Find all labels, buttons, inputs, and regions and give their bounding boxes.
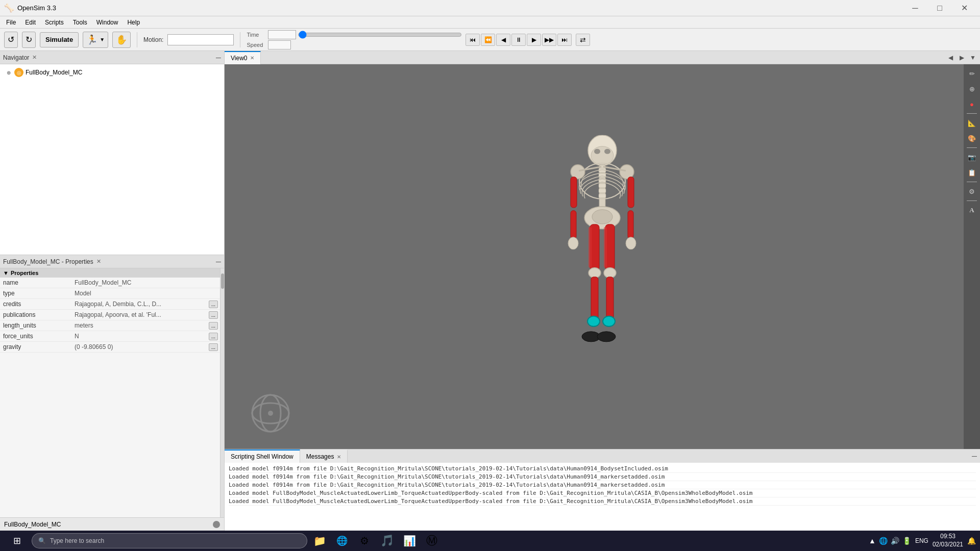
svg-point-7 — [604, 149, 610, 154]
main-layout: Navigator ✕ ─ ⊕ ◎ FullBody_Model_MC Fu — [0, 51, 980, 531]
menu-window[interactable]: Window — [92, 18, 122, 27]
properties-section-label: Properties — [11, 270, 38, 276]
minimize-button[interactable]: ─ — [903, 0, 927, 16]
properties-pane: FullBody_Model_MC - Properties ✕ ─ ▼ Pro… — [0, 255, 224, 517]
tray-volume-icon[interactable]: 🔊 — [891, 537, 899, 545]
close-button[interactable]: ✕ — [952, 0, 976, 16]
navigator-tab[interactable]: Navigator — [3, 54, 29, 61]
properties-close-icon[interactable]: ✕ — [96, 258, 101, 265]
svg-rect-10 — [599, 173, 606, 178]
bottom-panel-minimize[interactable]: ─ — [972, 452, 980, 460]
tray-network-icon[interactable]: 🌐 — [879, 537, 888, 545]
tab-nav-right[interactable]: ▶ — [957, 53, 967, 63]
hand-tool-button[interactable]: ✋ — [112, 32, 131, 48]
play-button[interactable]: ▶ — [527, 34, 541, 46]
maximize-button[interactable]: □ — [928, 0, 951, 16]
menu-file[interactable]: File — [2, 18, 20, 27]
tab-nav-left[interactable]: ◀ — [945, 53, 955, 63]
properties-minimize-icon[interactable]: ─ — [216, 258, 221, 266]
time-slider[interactable] — [298, 33, 461, 37]
notification-icon[interactable]: 🔔 — [967, 537, 976, 545]
taskbar-settings[interactable]: ⚙ — [354, 531, 375, 551]
navigator-label: Navigator — [3, 54, 29, 61]
scripting-shell-label: Scripting Shell Window — [231, 453, 293, 460]
collapse-icon[interactable]: ▼ — [3, 270, 9, 276]
search-bar[interactable]: 🔍 Type here to search — [32, 533, 307, 548]
taskbar-browser[interactable]: 🌐 — [332, 531, 352, 551]
pause-button[interactable]: ⏸ — [511, 34, 526, 46]
app-icon: 🦴 — [4, 3, 14, 13]
property-edit-button[interactable]: ... — [209, 311, 218, 319]
simulate-button[interactable]: Simulate — [40, 32, 79, 47]
speed-label: Speed — [247, 42, 266, 48]
menu-tools[interactable]: Tools — [69, 18, 91, 27]
taskbar-icon-1[interactable]: 🎵 — [377, 531, 397, 551]
tray-battery-icon[interactable]: 🔋 — [902, 537, 911, 545]
vtoolbar-sep-3 — [967, 182, 977, 182]
hand-icon: ✋ — [116, 34, 127, 45]
viewport-tool-color[interactable]: 🎨 — [965, 131, 979, 145]
left-status-bar: FullBody_Model_MC — [0, 517, 224, 531]
navigator-header-left: Navigator ✕ — [3, 54, 37, 61]
view0-close-icon[interactable]: ✕ — [250, 55, 254, 61]
svg-rect-23 — [628, 177, 634, 208]
prev-frame-button[interactable]: ◀ — [496, 34, 510, 46]
menu-scripts[interactable]: Scripts — [41, 18, 68, 27]
property-edit-button[interactable]: ... — [209, 322, 218, 330]
skip-to-end-button[interactable]: ⏭ — [557, 34, 572, 46]
motion-label: Motion: — [143, 36, 163, 43]
skip-to-start-button[interactable]: ⏮ — [465, 34, 480, 46]
tray-expand-icon[interactable]: ▲ — [869, 537, 876, 545]
loop-button[interactable]: ⇄ — [576, 34, 590, 46]
taskbar-file-explorer[interactable]: 📁 — [309, 531, 330, 551]
runner-icon: 🏃 — [86, 34, 97, 45]
start-button[interactable]: ⊞ — [4, 531, 30, 551]
view0-tab[interactable]: View0 ✕ — [225, 51, 261, 64]
viewport-tool-camera[interactable]: 📷 — [965, 150, 979, 164]
model-tree-item[interactable]: ⊕ ◎ FullBody_Model_MC — [4, 66, 220, 79]
property-edit-button[interactable]: ... — [209, 333, 218, 340]
property-name: name — [0, 278, 71, 288]
property-edit-button[interactable]: ... — [209, 300, 218, 308]
properties-section-header: ▼ Properties — [0, 268, 220, 278]
viewport[interactable]: ✏ ⊕ ● 📐 🎨 📷 📋 ⚙ A — [225, 64, 980, 449]
tab-nav-down[interactable]: ▼ — [968, 53, 978, 63]
menu-edit[interactable]: Edit — [21, 18, 40, 27]
navigator-minimize-icon[interactable]: ─ — [216, 54, 221, 62]
property-name: length_units — [0, 320, 71, 331]
speed-input[interactable]: 1 — [268, 40, 291, 49]
tree-expand-icon[interactable]: ⊕ — [5, 69, 12, 76]
viewport-tool-text[interactable]: A — [965, 203, 979, 217]
viewport-tool-select[interactable]: ✏ — [965, 66, 979, 81]
property-row: force_units N ... — [0, 331, 220, 342]
next-frame-button[interactable]: ▶▶ — [542, 34, 556, 46]
viewport-tool-copy[interactable]: 📋 — [965, 165, 979, 180]
viewport-tool-measure[interactable]: 📐 — [965, 116, 979, 130]
scripting-shell-tab[interactable]: Scripting Shell Window — [225, 449, 300, 463]
undo-button[interactable]: ↺ — [4, 32, 18, 48]
properties-scrollbar[interactable] — [220, 268, 224, 517]
taskbar-icon-3[interactable]: Ⓜ — [422, 531, 442, 551]
time-input[interactable]: 0.000 — [268, 30, 296, 39]
navigator-close-icon[interactable]: ✕ — [32, 54, 37, 61]
clock[interactable]: 09:53 02/03/2021 — [933, 533, 963, 548]
messages-tab[interactable]: Messages ✕ — [300, 449, 348, 463]
messages-close-icon[interactable]: ✕ — [337, 454, 341, 460]
properties-table: name FullBody_Model_MC type Model credit… — [0, 278, 220, 353]
motion-input[interactable]: No Motions — [167, 34, 234, 45]
step-back-button[interactable]: ⏪ — [481, 34, 495, 46]
scroll-thumb[interactable] — [221, 273, 224, 289]
viewport-tool-marker[interactable]: ● — [965, 97, 979, 111]
svg-rect-13 — [599, 189, 606, 193]
tray-lang[interactable]: ENG — [915, 537, 928, 544]
menu-help[interactable]: Help — [123, 18, 144, 27]
viewport-tool-settings[interactable]: ⚙ — [965, 184, 979, 198]
simulate-label: Simulate — [45, 36, 73, 43]
properties-tab[interactable]: FullBody_Model_MC - Properties — [3, 258, 93, 265]
property-edit-button[interactable]: ... — [209, 343, 218, 351]
runner-icon-button[interactable]: 🏃 ▼ — [83, 32, 108, 48]
property-value: Rajagopal, A, Dembia, C.L., D... — [71, 299, 207, 310]
viewport-tool-add[interactable]: ⊕ — [965, 82, 979, 96]
taskbar-icon-2[interactable]: 📊 — [399, 531, 420, 551]
redo-button[interactable]: ↻ — [22, 32, 36, 48]
